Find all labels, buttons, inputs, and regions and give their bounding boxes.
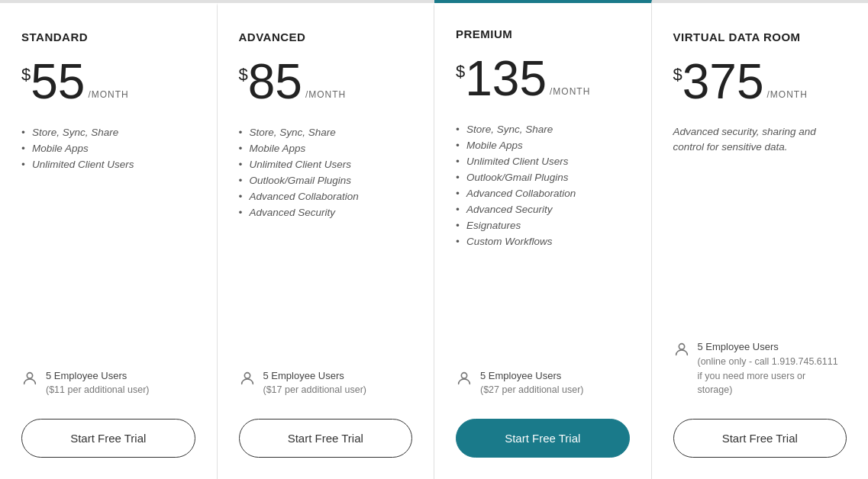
feature-item: Unlimited Client Users [21,156,195,172]
price-amount-advanced: 85 [248,57,302,106]
user-main-text: 5 Employee Users [263,368,367,384]
user-text-vdr: 5 Employee Users(online only - call 1.91… [698,339,838,397]
svg-point-2 [461,372,466,378]
feature-item: Outlook/Gmail Plugins [456,169,630,185]
price-amount-standard: 55 [31,57,85,106]
svg-point-3 [679,344,684,349]
feature-item: Unlimited Client Users [239,156,413,172]
features-list-premium: Store, Sync, ShareMobile AppsUnlimited C… [456,121,630,249]
price-period-vdr: /MONTH [767,89,808,100]
price-period-premium: /MONTH [550,86,590,97]
price-row-standard: $55/MONTH [21,57,195,106]
trial-button-standard[interactable]: Start Free Trial [21,419,195,458]
user-text-premium: 5 Employee Users($27 per additional user… [480,368,584,397]
user-main-text: 5 Employee Users [698,339,838,355]
pricing-container: STANDARD$55/MONTHStore, Sync, ShareMobil… [0,0,868,479]
user-icon [239,368,256,390]
vdr-description: Advanced security, sharing and control f… [673,124,847,223]
plan-premium: PREMIUM$135/MONTHStore, Sync, ShareMobil… [434,0,652,479]
trial-button-premium[interactable]: Start Free Trial [456,419,630,458]
user-info-advanced: 5 Employee Users($17 per additional user… [239,368,413,397]
user-main-text: 5 Employee Users [480,368,584,384]
svg-point-0 [27,372,32,378]
plan-name-vdr: VIRTUAL DATA ROOM [673,31,847,43]
user-icon [456,368,473,390]
trial-button-vdr[interactable]: Start Free Trial [673,419,847,458]
feature-item: Advanced Collaboration [239,188,413,204]
features-list-advanced: Store, Sync, ShareMobile AppsUnlimited C… [239,124,413,237]
feature-item: Advanced Security [239,204,413,220]
feature-item: Outlook/Gmail Plugins [239,172,413,188]
price-dollar-advanced: $ [239,65,248,85]
price-dollar-premium: $ [456,62,465,82]
svg-point-1 [244,372,250,378]
plan-standard: STANDARD$55/MONTHStore, Sync, ShareMobil… [0,3,218,479]
feature-item: Store, Sync, Share [21,124,195,140]
price-dollar-vdr: $ [673,65,682,85]
user-sub-text: ($27 per additional user) [480,383,584,397]
feature-item: Store, Sync, Share [239,124,413,140]
user-sub-text: (online only - call 1.919.745.6111if you… [698,355,838,397]
user-text-standard: 5 Employee Users($11 per additional user… [46,368,150,397]
user-sub-text: ($17 per additional user) [263,383,367,397]
price-amount-premium: 135 [465,54,547,103]
price-dollar-standard: $ [21,65,31,85]
feature-item: Mobile Apps [239,140,413,156]
user-info-standard: 5 Employee Users($11 per additional user… [21,368,195,397]
price-period-standard: /MONTH [88,89,128,100]
user-sub-text: ($11 per additional user) [46,383,150,397]
user-info-vdr: 5 Employee Users(online only - call 1.91… [673,339,847,397]
feature-item: Mobile Apps [456,137,630,153]
user-info-premium: 5 Employee Users($27 per additional user… [456,368,630,397]
user-icon [673,339,690,361]
plan-name-advanced: ADVANCED [239,31,413,43]
price-period-advanced: /MONTH [305,89,346,100]
features-list-standard: Store, Sync, ShareMobile AppsUnlimited C… [21,124,195,237]
feature-item: Advanced Security [456,201,630,217]
feature-item: Custom Workflows [456,233,630,249]
plan-vdr: VIRTUAL DATA ROOM$375/MONTHAdvanced secu… [652,3,869,479]
user-text-advanced: 5 Employee Users($17 per additional user… [263,368,367,397]
price-row-vdr: $375/MONTH [673,57,847,106]
feature-item: Unlimited Client Users [456,153,630,169]
price-row-advanced: $85/MONTH [239,57,413,106]
plan-name-premium: PREMIUM [456,27,630,40]
price-row-premium: $135/MONTH [456,54,630,103]
user-main-text: 5 Employee Users [46,368,150,384]
feature-item: Mobile Apps [21,140,195,156]
feature-item: Esignatures [456,217,630,233]
plan-name-standard: STANDARD [21,31,195,43]
feature-item: Store, Sync, Share [456,121,630,137]
user-icon [21,368,38,390]
price-amount-vdr: 375 [682,57,764,106]
trial-button-advanced[interactable]: Start Free Trial [239,419,413,458]
plan-advanced: ADVANCED$85/MONTHStore, Sync, ShareMobil… [218,3,435,479]
feature-item: Advanced Collaboration [456,185,630,201]
